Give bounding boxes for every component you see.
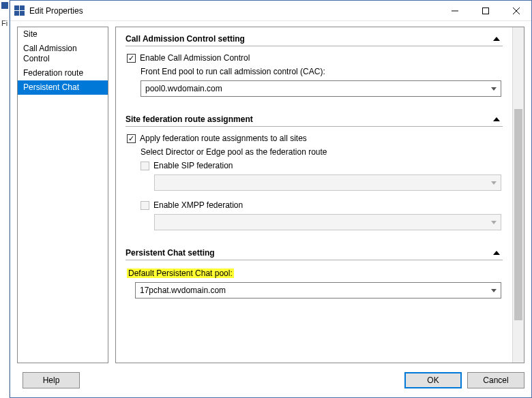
- cac-pool-label: Front End pool to run call admission con…: [141, 67, 501, 76]
- section-header-federation[interactable]: Site federation route assignment: [125, 112, 503, 127]
- apply-federation-checkbox[interactable]: [127, 134, 136, 143]
- section-title: Call Admission Control setting: [125, 34, 493, 44]
- caret-up-icon: [493, 117, 500, 121]
- svg-rect-1: [482, 7, 488, 14]
- title-bar: Edit Properties: [10, 1, 531, 21]
- background-app-strip: Fi: [0, 0, 10, 398]
- dialog-footer: Help OK Cancel: [17, 363, 524, 391]
- nav-item-call-admission-control[interactable]: Call Admission Control: [18, 42, 108, 66]
- section-header-cac[interactable]: Call Admission Control setting: [125, 31, 503, 46]
- default-pchat-label: Default Persistent Chat pool:: [127, 269, 234, 278]
- nav-item-federation-route[interactable]: Federation route: [18, 66, 108, 80]
- section-title: Persistent Chat setting: [125, 248, 493, 258]
- enable-cac-checkbox[interactable]: [127, 54, 136, 63]
- federation-select-label: Select Director or Edge pool as the fede…: [141, 147, 501, 157]
- scrollbar-thumb[interactable]: [514, 109, 522, 320]
- background-app-label: Fi: [1, 19, 8, 27]
- content-panel: Call Admission Control setting Enable Ca…: [115, 27, 524, 363]
- nav-item-site[interactable]: Site: [18, 27, 108, 42]
- caret-up-icon: [493, 37, 500, 41]
- enable-sip-label: Enable SIP federation: [153, 161, 233, 170]
- close-button[interactable]: [501, 1, 531, 20]
- enable-xmpp-checkbox: [141, 201, 149, 210]
- default-pchat-value: 17pchat.wvdomain.com: [140, 286, 226, 295]
- section-header-persistent-chat[interactable]: Persistent Chat setting: [125, 245, 503, 260]
- cac-pool-dropdown[interactable]: pool0.wvdomain.com: [141, 80, 501, 97]
- caret-up-icon: [493, 251, 500, 255]
- chevron-down-icon: [491, 289, 497, 292]
- nav-list: Site Call Admission Control Federation r…: [17, 27, 108, 363]
- apply-federation-label: Apply federation route assignments to al…: [140, 134, 307, 143]
- sip-pool-dropdown: [154, 174, 501, 191]
- cac-pool-value: pool0.wvdomain.com: [145, 84, 222, 93]
- background-app-icon: [1, 2, 8, 9]
- chevron-down-icon: [491, 87, 497, 91]
- enable-sip-checkbox: [141, 162, 149, 170]
- chevron-down-icon: [491, 181, 497, 185]
- section-title: Site federation route assignment: [125, 114, 493, 124]
- enable-cac-label: Enable Call Admission Control: [140, 53, 250, 63]
- enable-xmpp-label: Enable XMPP federation: [153, 200, 243, 210]
- default-pchat-dropdown[interactable]: 17pchat.wvdomain.com: [135, 282, 501, 298]
- app-icon: [14, 5, 25, 16]
- xmpp-pool-dropdown: [154, 214, 501, 230]
- help-button[interactable]: Help: [23, 372, 80, 388]
- dialog-window: Edit Properties Site Call Admission Cont…: [10, 0, 532, 398]
- scrollbar[interactable]: [512, 27, 524, 363]
- minimize-button[interactable]: [439, 1, 470, 20]
- chevron-down-icon: [491, 221, 497, 224]
- window-title: Edit Properties: [29, 6, 439, 16]
- cancel-button[interactable]: Cancel: [467, 372, 524, 388]
- ok-button[interactable]: OK: [404, 372, 462, 388]
- nav-item-persistent-chat[interactable]: Persistent Chat: [18, 80, 108, 95]
- maximize-button[interactable]: [470, 1, 501, 20]
